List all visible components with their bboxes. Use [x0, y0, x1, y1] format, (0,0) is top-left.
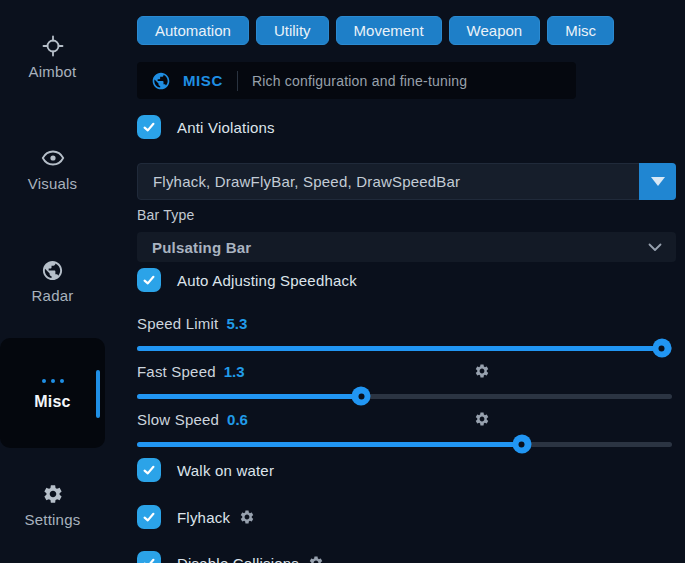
tab-movement[interactable]: Movement — [336, 16, 442, 45]
checkbox-label: Disable Collisions — [177, 555, 299, 563]
sidebar-item-label: Settings — [25, 511, 81, 528]
slider-label: Fast Speed — [137, 363, 216, 380]
slider-value: 0.6 — [227, 411, 248, 428]
dropdown-arrow-icon — [651, 177, 665, 186]
bar-type-label: Bar Type — [137, 207, 676, 223]
slider-handle[interactable] — [352, 387, 371, 406]
check-icon — [141, 555, 157, 563]
fast-speed-gear-icon[interactable] — [474, 363, 490, 379]
globe-icon — [151, 71, 171, 91]
slider-value: 1.3 — [224, 363, 245, 380]
sidebar-item-label: Misc — [34, 393, 70, 411]
tab-misc[interactable]: Misc — [547, 16, 614, 45]
section-subtitle: Rich configuration and fine-tuning — [252, 73, 467, 89]
disable-collisions-row: Disable Collisions — [137, 551, 676, 563]
slider-fill — [137, 442, 522, 447]
sidebar-item-misc-selected[interactable]: Misc — [0, 338, 105, 448]
eye-icon — [41, 146, 65, 170]
category-tabs: Automation Utility Movement Weapon Misc — [137, 16, 676, 45]
slider-label: Slow Speed — [137, 411, 219, 428]
walk-on-water-row: Walk on water — [137, 458, 676, 482]
sidebar-item-aimbot[interactable]: Aimbot — [0, 34, 105, 80]
fast-speed-label-row: Fast Speed 1.3 — [137, 363, 676, 379]
bar-flags-multiselect[interactable]: Flyhack, DrawFlyBar, Speed, DrawSpeedBar — [137, 163, 676, 200]
fast-speed-slider[interactable] — [137, 387, 676, 405]
multiselect-open-button[interactable] — [639, 163, 676, 200]
anti-violations-row: Anti Violations — [137, 115, 676, 139]
section-header: MISC Rich configuration and fine-tuning — [137, 62, 576, 99]
checkbox-label: Walk on water — [177, 462, 274, 479]
slow-speed-gear-icon[interactable] — [474, 411, 490, 427]
disable-collisions-gear-icon[interactable] — [308, 555, 324, 563]
cheat-config-window: Aimbot Visuals Radar Misc Settings — [0, 0, 685, 563]
globe-icon — [41, 258, 65, 282]
walk-on-water-checkbox[interactable] — [137, 458, 161, 482]
active-indicator-bar — [96, 370, 100, 418]
slider-fill — [137, 346, 662, 351]
checkbox-label: Flyhack — [177, 509, 230, 526]
flyhack-checkbox[interactable] — [137, 505, 161, 529]
sidebar-item-radar[interactable]: Radar — [0, 258, 105, 304]
sidebar-item-settings[interactable]: Settings — [0, 482, 105, 528]
auto-adjusting-checkbox[interactable] — [137, 268, 161, 292]
sidebar-item-visuals[interactable]: Visuals — [0, 146, 105, 192]
check-icon — [141, 119, 157, 135]
anti-violations-checkbox[interactable] — [137, 115, 161, 139]
multiselect-value: Flyhack, DrawFlyBar, Speed, DrawSpeedBar — [138, 173, 460, 190]
check-icon — [141, 462, 157, 478]
flyhack-row: Flyhack — [137, 505, 676, 529]
slider-fill — [137, 394, 361, 399]
chevron-down-icon — [648, 243, 662, 252]
flyhack-gear-icon[interactable] — [239, 509, 255, 525]
checkbox-label: Auto Adjusting Speedhack — [177, 272, 357, 289]
slow-speed-slider[interactable] — [137, 435, 676, 453]
checkbox-label: Anti Violations — [177, 119, 275, 136]
divider — [237, 71, 238, 91]
tab-automation[interactable]: Automation — [137, 16, 249, 45]
crosshair-icon — [41, 34, 65, 58]
speed-limit-label-row: Speed Limit 5.3 — [137, 315, 676, 331]
sidebar-item-label: Visuals — [28, 175, 77, 192]
sidebar-item-label: Radar — [32, 287, 74, 304]
slider-handle[interactable] — [652, 339, 671, 358]
slider-label: Speed Limit — [137, 315, 218, 332]
three-dots-icon — [42, 376, 64, 386]
speed-limit-slider[interactable] — [137, 339, 676, 357]
slider-handle[interactable] — [512, 435, 531, 454]
select-value: Pulsating Bar — [152, 239, 251, 256]
slider-value: 5.3 — [226, 315, 247, 332]
check-icon — [141, 272, 157, 288]
bar-type-select[interactable]: Pulsating Bar — [137, 232, 676, 262]
gear-icon — [41, 482, 65, 506]
auto-adjusting-row: Auto Adjusting Speedhack — [137, 268, 676, 292]
sidebar-item-label: Aimbot — [29, 63, 77, 80]
tab-weapon[interactable]: Weapon — [449, 16, 541, 45]
check-icon — [141, 509, 157, 525]
section-title: MISC — [183, 72, 223, 89]
main-panel: Automation Utility Movement Weapon Misc … — [130, 0, 685, 563]
sidebar: Aimbot Visuals Radar Misc Settings — [0, 0, 130, 563]
slow-speed-label-row: Slow Speed 0.6 — [137, 411, 676, 427]
tab-utility[interactable]: Utility — [256, 16, 329, 45]
disable-collisions-checkbox[interactable] — [137, 551, 161, 563]
